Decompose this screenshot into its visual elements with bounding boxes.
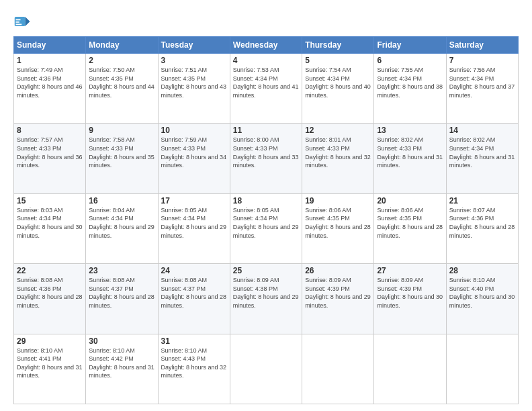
day-number: 7 [449,56,515,65]
calendar-cell: 30Sunrise: 8:10 AMSunset: 4:42 PMDayligh… [86,334,158,404]
calendar-week-row: 22Sunrise: 8:08 AMSunset: 4:36 PMDayligh… [14,264,519,334]
day-info: Sunrise: 8:06 AMSunset: 4:35 PMDaylight:… [377,207,443,239]
calendar-cell: 26Sunrise: 8:09 AMSunset: 4:39 PMDayligh… [302,264,374,334]
day-info: Sunrise: 7:49 AMSunset: 4:36 PMDaylight:… [17,66,83,99]
calendar-cell [230,334,302,404]
calendar-cell: 21Sunrise: 8:07 AMSunset: 4:36 PMDayligh… [446,193,518,263]
day-number: 1 [17,56,83,65]
calendar-cell: 15Sunrise: 8:03 AMSunset: 4:34 PMDayligh… [14,193,86,263]
day-number: 21 [449,196,515,205]
day-info: Sunrise: 8:08 AMSunset: 4:37 PMDaylight:… [161,277,227,309]
page: SundayMondayTuesdayWednesdayThursdayFrid… [0,0,532,411]
day-info: Sunrise: 8:10 AMSunset: 4:41 PMDaylight:… [17,347,83,379]
calendar-cell: 29Sunrise: 8:10 AMSunset: 4:41 PMDayligh… [14,334,86,404]
calendar-cell [374,334,446,404]
calendar-cell: 23Sunrise: 8:08 AMSunset: 4:37 PMDayligh… [86,264,158,334]
calendar-week-row: 8Sunrise: 7:57 AMSunset: 4:33 PMDaylight… [14,124,519,193]
day-header: Friday [374,37,446,54]
calendar-cell: 6Sunrise: 7:55 AMSunset: 4:34 PMDaylight… [374,54,446,124]
day-info: Sunrise: 8:09 AMSunset: 4:39 PMDaylight:… [305,277,371,309]
day-header: Monday [86,37,158,54]
day-info: Sunrise: 7:59 AMSunset: 4:33 PMDaylight:… [161,136,227,169]
day-info: Sunrise: 8:10 AMSunset: 4:43 PMDaylight:… [161,347,227,379]
day-info: Sunrise: 8:00 AMSunset: 4:33 PMDaylight:… [233,136,299,169]
day-info: Sunrise: 8:04 AMSunset: 4:34 PMDaylight:… [89,207,154,239]
day-number: 28 [449,266,515,275]
day-number: 31 [161,336,227,346]
day-header: Saturday [446,37,518,54]
calendar-cell: 10Sunrise: 7:59 AMSunset: 4:33 PMDayligh… [158,124,230,193]
day-info: Sunrise: 7:56 AMSunset: 4:34 PMDaylight:… [449,66,515,99]
calendar-cell: 31Sunrise: 8:10 AMSunset: 4:43 PMDayligh… [158,334,230,404]
day-header: Wednesday [230,37,302,54]
calendar-cell [302,334,374,404]
calendar-cell: 8Sunrise: 7:57 AMSunset: 4:33 PMDaylight… [14,124,86,193]
day-number: 23 [89,266,154,275]
day-number: 6 [377,56,443,65]
calendar-cell: 25Sunrise: 8:09 AMSunset: 4:38 PMDayligh… [230,264,302,334]
day-header: Tuesday [158,37,230,54]
day-info: Sunrise: 8:05 AMSunset: 4:34 PMDaylight:… [161,207,227,239]
header [13,12,519,31]
day-number: 11 [233,126,299,135]
calendar-cell: 24Sunrise: 8:08 AMSunset: 4:37 PMDayligh… [158,264,230,334]
calendar-cell: 4Sunrise: 7:53 AMSunset: 4:34 PMDaylight… [230,54,302,124]
calendar-cell: 20Sunrise: 8:06 AMSunset: 4:35 PMDayligh… [374,193,446,263]
day-info: Sunrise: 8:05 AMSunset: 4:34 PMDaylight:… [233,207,299,239]
day-number: 5 [305,56,371,65]
day-info: Sunrise: 8:10 AMSunset: 4:42 PMDaylight:… [89,347,154,379]
day-number: 29 [17,336,83,346]
day-info: Sunrise: 8:06 AMSunset: 4:35 PMDaylight:… [305,207,371,239]
calendar-cell: 27Sunrise: 8:09 AMSunset: 4:39 PMDayligh… [374,264,446,334]
svg-marker-1 [26,17,30,26]
logo [13,12,35,31]
day-info: Sunrise: 7:54 AMSunset: 4:34 PMDaylight:… [305,66,371,99]
day-number: 25 [233,266,299,275]
calendar-cell: 1Sunrise: 7:49 AMSunset: 4:36 PMDaylight… [14,54,86,124]
calendar-cell [446,334,518,404]
day-number: 27 [377,266,443,275]
calendar-header-row: SundayMondayTuesdayWednesdayThursdayFrid… [14,37,519,54]
calendar-cell: 11Sunrise: 8:00 AMSunset: 4:33 PMDayligh… [230,124,302,193]
calendar-cell: 13Sunrise: 8:02 AMSunset: 4:33 PMDayligh… [374,124,446,193]
day-info: Sunrise: 8:02 AMSunset: 4:33 PMDaylight:… [377,136,443,169]
day-number: 8 [17,126,83,135]
svg-rect-2 [16,19,21,21]
logo-icon [13,12,32,31]
day-info: Sunrise: 7:51 AMSunset: 4:35 PMDaylight:… [161,66,227,99]
day-info: Sunrise: 8:02 AMSunset: 4:34 PMDaylight:… [449,136,515,169]
day-info: Sunrise: 8:09 AMSunset: 4:39 PMDaylight:… [377,277,443,309]
calendar-cell: 14Sunrise: 8:02 AMSunset: 4:34 PMDayligh… [446,124,518,193]
calendar: SundayMondayTuesdayWednesdayThursdayFrid… [13,36,519,404]
calendar-week-row: 1Sunrise: 7:49 AMSunset: 4:36 PMDaylight… [14,54,519,124]
day-number: 19 [305,196,371,205]
day-number: 22 [17,266,83,275]
calendar-week-row: 29Sunrise: 8:10 AMSunset: 4:41 PMDayligh… [14,334,519,404]
calendar-cell: 28Sunrise: 8:10 AMSunset: 4:40 PMDayligh… [446,264,518,334]
day-number: 12 [305,126,371,135]
day-info: Sunrise: 7:55 AMSunset: 4:34 PMDaylight:… [377,66,443,99]
calendar-cell: 9Sunrise: 7:58 AMSunset: 4:33 PMDaylight… [86,124,158,193]
calendar-cell: 16Sunrise: 8:04 AMSunset: 4:34 PMDayligh… [86,193,158,263]
day-number: 10 [161,126,227,135]
calendar-cell: 7Sunrise: 7:56 AMSunset: 4:34 PMDaylight… [446,54,518,124]
day-info: Sunrise: 8:07 AMSunset: 4:36 PMDaylight:… [449,207,515,239]
day-number: 20 [377,196,443,205]
day-number: 17 [161,196,227,205]
day-number: 15 [17,196,83,205]
day-header: Thursday [302,37,374,54]
day-info: Sunrise: 8:09 AMSunset: 4:38 PMDaylight:… [233,277,299,309]
day-number: 24 [161,266,227,275]
day-number: 14 [449,126,515,135]
calendar-cell: 3Sunrise: 7:51 AMSunset: 4:35 PMDaylight… [158,54,230,124]
day-number: 16 [89,196,154,205]
calendar-cell: 19Sunrise: 8:06 AMSunset: 4:35 PMDayligh… [302,193,374,263]
day-header: Sunday [14,37,86,54]
calendar-cell: 2Sunrise: 7:50 AMSunset: 4:35 PMDaylight… [86,54,158,124]
calendar-cell: 5Sunrise: 7:54 AMSunset: 4:34 PMDaylight… [302,54,374,124]
day-number: 18 [233,196,299,205]
day-info: Sunrise: 8:01 AMSunset: 4:33 PMDaylight:… [305,136,371,169]
day-info: Sunrise: 8:08 AMSunset: 4:36 PMDaylight:… [17,277,83,309]
day-info: Sunrise: 8:03 AMSunset: 4:34 PMDaylight:… [17,207,83,239]
day-info: Sunrise: 7:50 AMSunset: 4:35 PMDaylight:… [89,66,154,99]
